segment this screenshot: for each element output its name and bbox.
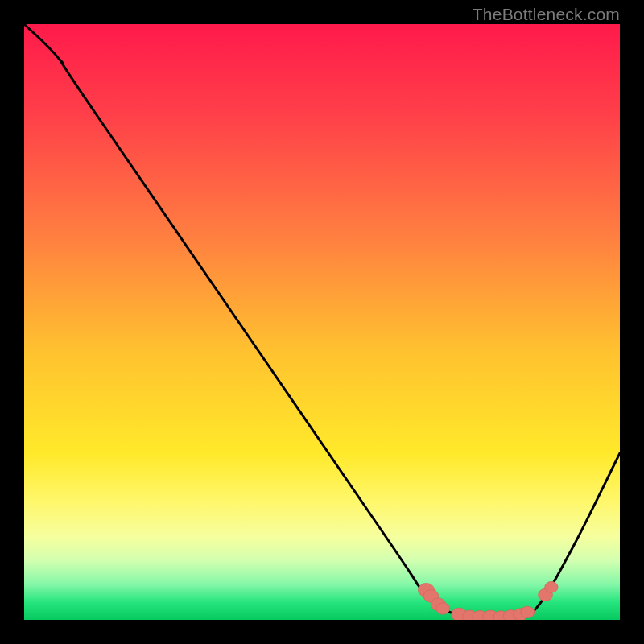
data-point <box>436 603 450 614</box>
chart-frame: TheBottleneck.com <box>0 0 644 644</box>
plot-area <box>24 24 620 620</box>
watermark-text: TheBottleneck.com <box>473 5 620 24</box>
data-point <box>545 581 558 592</box>
data-point-markers <box>419 581 559 620</box>
data-point <box>521 606 535 617</box>
curve-layer <box>24 24 620 620</box>
bottleneck-curve <box>24 24 620 618</box>
